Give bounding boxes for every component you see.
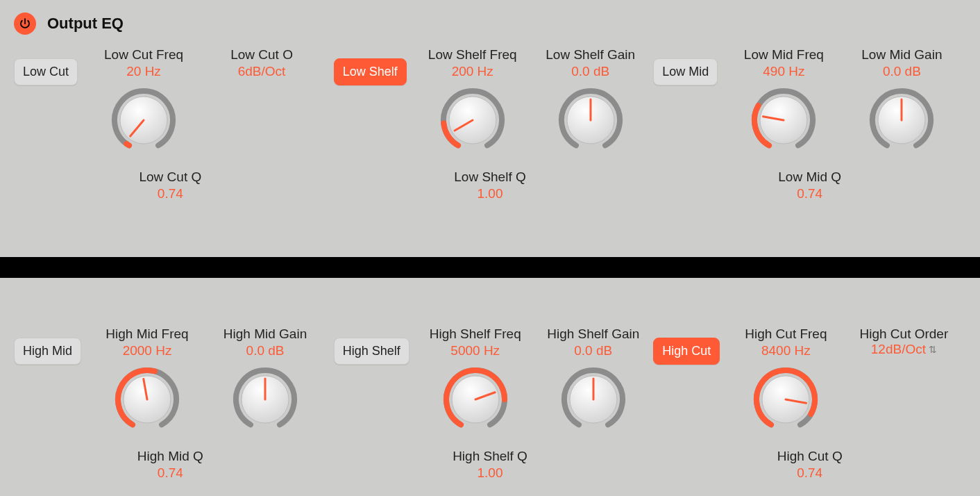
low-shelf-freq-knob[interactable] — [440, 88, 505, 153]
high-cut-order: High Cut Order 12dB/Oct ⇅ — [852, 326, 956, 357]
low-mid-gain: Low Mid Gain 0.0 dB — [850, 47, 954, 153]
high-cut-freq: High Cut Freq 8400 Hz — [734, 326, 838, 432]
low-cut-freq: Low Cut Freq 20 Hz — [92, 47, 196, 153]
low-cut-q: Low Cut Q 0.74 — [14, 170, 327, 201]
high-cut-button[interactable]: High Cut — [653, 338, 720, 365]
header: Output EQ — [0, 0, 980, 40]
band-low-shelf: Low Shelf Low Shelf Freq 200 Hz Low Shel… — [334, 47, 647, 240]
low-mid-freq: Low Mid Freq 490 Hz — [732, 47, 836, 153]
high-mid-gain-knob[interactable] — [233, 367, 298, 432]
low-mid-freq-knob[interactable] — [751, 88, 816, 153]
low-mid-q: Low Mid Q 0.74 — [653, 170, 966, 201]
low-mid-button[interactable]: Low Mid — [653, 58, 718, 85]
band-high-mid: High Mid High Mid Freq 2000 Hz High Mid … — [14, 326, 327, 478]
band-high-cut: High Cut High Cut Freq 8400 Hz High Cut … — [653, 326, 966, 478]
low-cut-freq-knob[interactable] — [111, 88, 176, 153]
high-cut-freq-knob[interactable] — [753, 367, 818, 432]
low-mid-gain-knob[interactable] — [869, 88, 934, 153]
low-shelf-freq: Low Shelf Freq 200 Hz — [421, 47, 525, 153]
eq-row-2: High Mid High Mid Freq 2000 Hz High Mid … — [0, 278, 980, 495]
high-mid-q: High Mid Q 0.74 — [14, 449, 327, 481]
eq-row-1: Low Cut Low Cut Freq 20 Hz Low Cut O 6dB… — [0, 40, 980, 257]
high-mid-gain: High Mid Gain 0.0 dB — [213, 326, 317, 432]
low-cut-button[interactable]: Low Cut — [14, 58, 78, 85]
band-low-cut: Low Cut Low Cut Freq 20 Hz Low Cut O 6dB… — [14, 47, 327, 240]
low-cut-order: Low Cut O 6dB/Oct — [210, 47, 314, 79]
low-shelf-q: Low Shelf Q 1.00 — [334, 170, 647, 201]
band-high-shelf: High Shelf High Shelf Freq 5000 Hz High … — [334, 326, 647, 478]
high-cut-order-select[interactable]: 12dB/Oct ⇅ — [871, 342, 937, 357]
high-cut-q: High Cut Q 0.74 — [653, 449, 966, 481]
high-shelf-q: High Shelf Q 1.00 — [334, 449, 647, 481]
divider-bar — [0, 257, 980, 278]
high-shelf-gain: High Shelf Gain 0.0 dB — [541, 326, 645, 432]
high-shelf-button[interactable]: High Shelf — [334, 338, 409, 365]
low-shelf-gain: Low Shelf Gain 0.0 dB — [539, 47, 643, 153]
high-mid-freq-knob[interactable] — [115, 367, 180, 432]
high-mid-freq: High Mid Freq 2000 Hz — [95, 326, 199, 432]
stepper-icon: ⇅ — [929, 344, 937, 355]
power-button[interactable] — [14, 13, 36, 35]
band-low-mid: Low Mid Low Mid Freq 490 Hz Low Mid Gain… — [653, 47, 966, 240]
power-icon — [19, 17, 31, 30]
low-shelf-gain-knob[interactable] — [558, 88, 623, 153]
high-mid-button[interactable]: High Mid — [14, 338, 81, 365]
high-shelf-gain-knob[interactable] — [561, 367, 626, 432]
low-shelf-button[interactable]: Low Shelf — [334, 58, 407, 85]
high-shelf-freq: High Shelf Freq 5000 Hz — [423, 326, 527, 432]
page-title: Output EQ — [47, 15, 124, 33]
high-shelf-freq-knob[interactable] — [443, 367, 508, 432]
